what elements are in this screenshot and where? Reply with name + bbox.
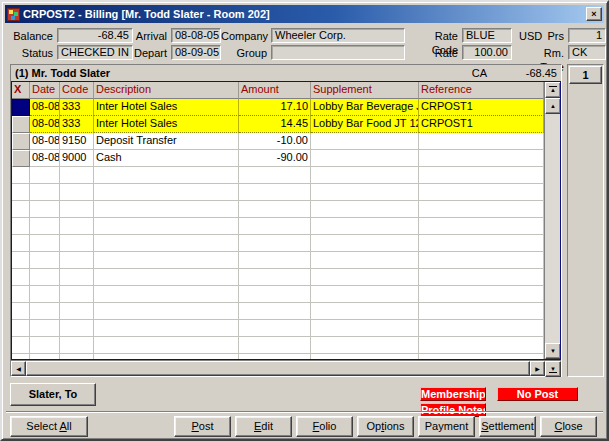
no-post-badge[interactable]: No Post <box>497 387 578 401</box>
grid-row[interactable]: 08-089000Cash-90.00 <box>12 150 544 167</box>
settlement-button[interactable]: Settlement <box>479 416 536 437</box>
cell-empty <box>311 235 419 252</box>
cell-empty <box>239 269 311 286</box>
cell-amount: 14.45 <box>239 116 311 133</box>
grid-empty-row <box>12 235 544 252</box>
vertical-scroll-track[interactable] <box>545 114 560 343</box>
options-button[interactable]: Options <box>357 416 414 437</box>
cell-empty <box>30 201 60 218</box>
cell-amount: -10.00 <box>239 133 311 150</box>
col-header-supplement[interactable]: Supplement <box>311 82 419 99</box>
cell-empty <box>94 354 239 359</box>
cell-amount: -90.00 <box>239 150 311 167</box>
cell-empty <box>12 235 30 252</box>
row-selector[interactable] <box>12 116 30 133</box>
grid-row[interactable]: 08-08333Inter Hotel Sales17.10Lobby Bar … <box>12 99 544 116</box>
grid-row[interactable]: 08-08333Inter Hotel Sales14.45Lobby Bar … <box>12 116 544 133</box>
group-label: Group <box>221 46 267 60</box>
col-header-description[interactable]: Description <box>94 82 239 99</box>
cell-empty <box>311 337 419 354</box>
grid-empty-row <box>12 252 544 269</box>
cell-reference: CRPOST1 <box>419 99 544 116</box>
cell-empty <box>12 269 30 286</box>
cell-empty <box>311 286 419 303</box>
post-button[interactable]: Post <box>174 416 231 437</box>
row-selector[interactable] <box>12 150 30 167</box>
cell-empty <box>239 337 311 354</box>
scroll-left-icon[interactable]: ◀ <box>11 361 26 376</box>
cell-empty <box>311 354 419 359</box>
col-header-amount[interactable]: Amount <box>239 82 311 99</box>
window-selector-panel: 1 <box>567 64 604 377</box>
cell-empty <box>94 184 239 201</box>
cell-empty <box>239 252 311 269</box>
cell-description: Deposit Transfer <box>94 133 239 150</box>
cell-empty <box>239 286 311 303</box>
grid-empty-row <box>12 184 544 201</box>
cell-empty <box>94 167 239 184</box>
cell-code: 333 <box>60 99 94 116</box>
grid-empty-row <box>12 320 544 337</box>
folio-button[interactable]: Folio <box>296 416 353 437</box>
scroll-down-icon[interactable]: ▼ <box>545 343 561 359</box>
col-header-code[interactable]: Code <box>60 82 94 99</box>
cell-supplement <box>311 150 419 167</box>
cell-date: 08-08 <box>30 133 60 150</box>
grid-empty-row <box>12 201 544 218</box>
cell-empty <box>419 354 544 359</box>
cell-empty <box>60 184 94 201</box>
status-label: Status <box>7 46 53 60</box>
rm-type-label: Rm. Type <box>519 46 564 60</box>
cell-amount: 17.10 <box>239 99 311 116</box>
cell-supplement <box>311 133 419 150</box>
cell-date: 08-08 <box>30 116 60 133</box>
cell-empty <box>60 337 94 354</box>
cell-empty <box>30 354 60 359</box>
scroll-up-icon[interactable]: ▲ <box>545 98 561 114</box>
row-selector[interactable] <box>12 133 30 150</box>
cell-empty <box>311 303 419 320</box>
window-title: CRPOST2 - Billing [Mr. Todd Slater - Roo… <box>23 8 586 20</box>
col-header-reference[interactable]: Reference <box>419 82 544 99</box>
cell-code: 9000 <box>60 150 94 167</box>
horizontal-scrollbar[interactable]: ◀ ▶ ▼ <box>11 360 561 376</box>
app-icon <box>7 8 20 21</box>
cell-empty <box>311 269 419 286</box>
vertical-scrollbar[interactable]: ▲ ▲ ▼ <box>544 82 560 359</box>
grid-row[interactable]: 08-089150Deposit Transfer-10.00 <box>12 133 544 150</box>
cell-empty <box>311 218 419 235</box>
edit-button[interactable]: Edit <box>235 416 292 437</box>
cell-empty <box>60 218 94 235</box>
cell-empty <box>419 337 544 354</box>
status-field: CHECKED IN <box>57 45 133 60</box>
rate-code-field: BLUE <box>462 28 512 43</box>
cell-empty <box>30 184 60 201</box>
arrival-label: Arrival <box>133 29 167 43</box>
cell-empty <box>30 235 60 252</box>
scroll-to-bottom-icon[interactable]: ▼ <box>545 361 561 377</box>
membership-badge[interactable]: Membership <box>420 387 486 401</box>
title-bar[interactable]: CRPOST2 - Billing [Mr. Todd Slater - Roo… <box>5 5 604 23</box>
select-all-button[interactable]: Select All <box>10 416 88 437</box>
close-button[interactable]: Close <box>540 416 597 437</box>
scroll-to-top-icon[interactable]: ▲ <box>545 82 561 98</box>
payment-button[interactable]: Payment <box>418 416 475 437</box>
close-icon[interactable]: × <box>586 7 602 21</box>
balance-label: Balance <box>7 29 53 43</box>
cell-empty <box>239 167 311 184</box>
folio-name-tab[interactable]: Slater, To <box>10 383 96 406</box>
col-header-x[interactable]: X <box>12 82 30 99</box>
profile-notes-badge[interactable]: Profile Notes <box>420 403 486 417</box>
rate-field: 100.00 <box>462 45 512 60</box>
cell-empty <box>94 303 239 320</box>
guest-name: (1) Mr. Todd Slater <box>15 67 110 79</box>
row-selector[interactable] <box>12 99 30 116</box>
window-1-button[interactable]: 1 <box>569 66 602 84</box>
horizontal-scroll-thumb[interactable] <box>26 361 530 376</box>
cell-empty <box>419 320 544 337</box>
col-header-date[interactable]: Date <box>30 82 60 99</box>
grid-empty-row <box>12 269 544 286</box>
cell-supplement: Lobby Bar Food JT 12/08/08 <box>311 116 419 133</box>
cell-empty <box>419 286 544 303</box>
scroll-right-icon[interactable]: ▶ <box>530 361 545 376</box>
